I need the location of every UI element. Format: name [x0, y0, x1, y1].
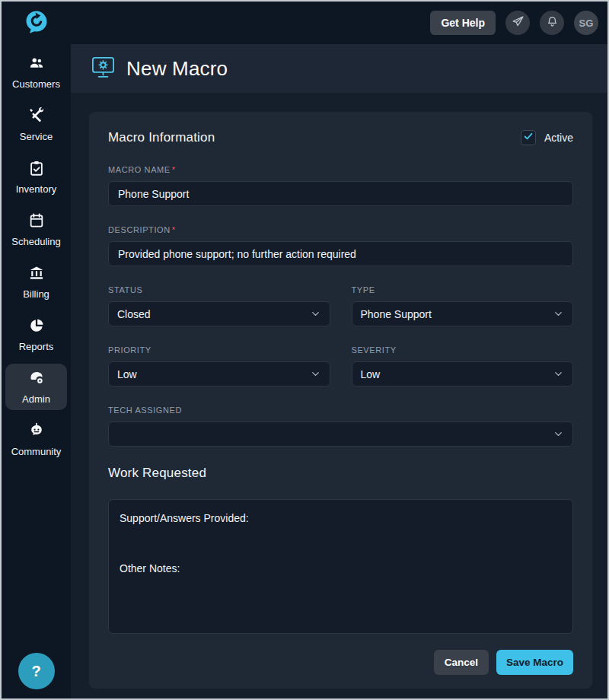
chevron-down-icon: [553, 368, 564, 380]
question-icon: ?: [31, 663, 40, 680]
severity-select[interactable]: Low: [352, 361, 574, 387]
sidebar-item-community[interactable]: Community: [5, 416, 67, 463]
sidebar-item-customers[interactable]: Customers: [5, 49, 67, 95]
section-title-work-requested: Work Requested: [108, 466, 573, 481]
sidebar-item-label: Billing: [23, 288, 49, 300]
severity-label: SEVERITY: [352, 345, 574, 355]
cancel-button[interactable]: Cancel: [434, 650, 489, 675]
notifications-button[interactable]: [540, 11, 564, 35]
description-label: DESCRIPTION*: [108, 225, 573, 234]
priority-select[interactable]: Low: [108, 361, 330, 387]
tech-assigned-label: TECH ASSIGNED: [108, 406, 573, 415]
type-select[interactable]: Phone Support: [352, 301, 574, 326]
sidebar-item-admin[interactable]: Admin: [5, 364, 67, 410]
active-checkbox-label: Active: [544, 132, 573, 144]
status-label: STATUS: [108, 285, 330, 294]
monitor-gear-icon: [91, 56, 115, 81]
required-marker: *: [172, 225, 176, 234]
save-macro-button[interactable]: Save Macro: [496, 650, 573, 675]
app-frame: Customers Service Inventory Scheduling: [2, 2, 607, 698]
help-button[interactable]: ?: [18, 653, 55, 689]
send-button[interactable]: [505, 11, 530, 35]
reports-icon: [28, 317, 45, 337]
sidebar-item-label: Admin: [22, 393, 50, 405]
sidebar-item-label: Reports: [19, 341, 54, 352]
tech-assigned-select[interactable]: [108, 422, 573, 447]
sidebar-item-reports[interactable]: Reports: [5, 311, 67, 358]
logo-icon: [24, 9, 49, 37]
main-column: Get Help SG: [71, 2, 607, 698]
avatar[interactable]: SG: [574, 11, 598, 35]
scheduling-icon: [28, 212, 45, 232]
sidebar-item-label: Service: [20, 131, 53, 142]
macro-form-card: Macro Information Active MACRO NAME*: [89, 112, 592, 689]
billing-icon: [28, 265, 45, 285]
macro-name-input[interactable]: [108, 181, 573, 206]
active-checkbox-row: Active: [521, 130, 573, 145]
inventory-icon: [28, 160, 45, 180]
send-icon: [512, 15, 525, 31]
admin-icon: [28, 370, 45, 390]
sidebar-item-label: Scheduling: [11, 236, 60, 247]
page-title: New Macro: [126, 57, 228, 81]
page-header: New Macro: [71, 44, 607, 93]
status-value: Closed: [117, 308, 151, 320]
chevron-down-icon: [553, 308, 564, 320]
app-logo[interactable]: [2, 2, 71, 44]
severity-value: Low: [361, 368, 381, 380]
type-label: TYPE: [352, 285, 574, 294]
customers-icon: [28, 55, 45, 75]
sidebar-nav: Customers Service Inventory Scheduling: [2, 44, 71, 467]
macro-name-label: MACRO NAME*: [108, 165, 573, 174]
status-select[interactable]: Closed: [108, 301, 330, 326]
work-requested-textarea[interactable]: Support/Answers Provided: Other Notes:: [108, 499, 573, 634]
chevron-down-icon: [553, 428, 564, 440]
priority-label: PRIORITY: [108, 345, 330, 355]
check-icon: [523, 131, 534, 145]
sidebar: Customers Service Inventory Scheduling: [2, 2, 71, 698]
form-actions: Cancel Save Macro: [108, 650, 573, 675]
sidebar-item-inventory[interactable]: Inventory: [5, 154, 67, 200]
required-marker: *: [172, 165, 176, 174]
chevron-down-icon: [310, 308, 321, 320]
get-help-button[interactable]: Get Help: [430, 11, 496, 35]
community-icon: [28, 422, 45, 442]
sidebar-item-scheduling[interactable]: Scheduling: [5, 206, 67, 253]
section-title-macro-information: Macro Information: [108, 130, 215, 145]
sidebar-item-label: Customers: [12, 78, 60, 90]
chevron-down-icon: [310, 368, 321, 380]
type-value: Phone Support: [361, 308, 432, 320]
active-checkbox[interactable]: [521, 130, 536, 145]
service-icon: [28, 107, 45, 127]
sidebar-item-label: Community: [11, 446, 62, 457]
description-input[interactable]: [108, 241, 573, 266]
sidebar-item-label: Inventory: [16, 183, 56, 195]
priority-value: Low: [117, 368, 137, 380]
sidebar-item-service[interactable]: Service: [5, 101, 67, 148]
content-area: Macro Information Active MACRO NAME*: [71, 93, 607, 698]
bell-icon: [546, 15, 559, 31]
topbar: Get Help SG: [71, 2, 607, 44]
sidebar-item-billing[interactable]: Billing: [5, 259, 67, 305]
